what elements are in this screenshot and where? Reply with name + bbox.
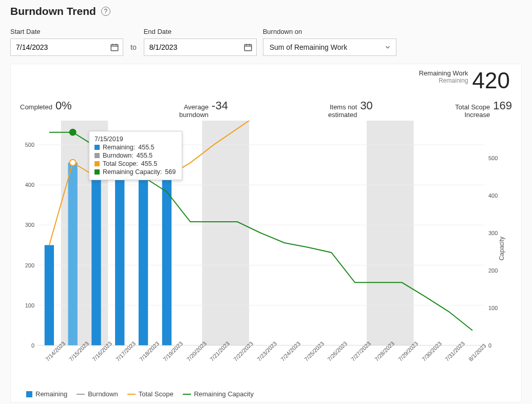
remaining-work-value: 420 [472, 69, 510, 92]
chart-card: Remaining Work Remaining 420 Completed 0… [10, 64, 522, 402]
calendar-icon[interactable] [243, 43, 253, 52]
y-tick: 300 [25, 222, 34, 228]
svg-point-17 [70, 160, 76, 166]
burndown-on-select[interactable]: Sum of Remaining Work [263, 39, 396, 56]
stat-scope-label: Total Scope Increase [455, 104, 490, 119]
y2-tick: 400 [488, 193, 498, 199]
start-date-input[interactable] [10, 39, 123, 56]
y2-axis-title: Capacity [499, 237, 506, 261]
svg-rect-16 [162, 177, 172, 346]
y2-tick: 0 [488, 342, 491, 349]
chart-area: 0100200300400500 0100200300400500 Capaci… [20, 121, 512, 376]
plot[interactable]: 7/15/2019 Remaining: 455.5 Burndown: 455… [37, 121, 484, 345]
stat-scope: Total Scope Increase 169 [455, 99, 512, 119]
svg-rect-0 [111, 45, 118, 51]
start-date-field: Start Date [10, 28, 123, 56]
stat-avg-value: -34 [212, 99, 228, 112]
tooltip-capacity-label: Remaining Capacity: [103, 168, 162, 176]
svg-rect-12 [68, 163, 78, 345]
stat-avg: Average burndown -34 [179, 99, 228, 119]
y-tick: 200 [25, 262, 34, 268]
end-date-label: End Date [144, 28, 257, 35]
end-date-field: End Date [144, 28, 257, 56]
chart-tooltip: 7/15/2019 Remaining: 455.5 Burndown: 455… [89, 131, 182, 180]
stat-completed-value: 0% [55, 99, 72, 112]
y-axis-right: 0100200300400500 [487, 121, 503, 345]
svg-point-18 [70, 129, 76, 136]
svg-rect-15 [139, 177, 148, 346]
tooltip-capacity-value: 569 [165, 168, 176, 176]
tooltip-scope-label: Total Scope: [103, 160, 138, 167]
svg-rect-3 [202, 121, 250, 345]
svg-rect-11 [45, 245, 54, 345]
svg-rect-4 [367, 121, 414, 345]
end-date-input[interactable] [144, 39, 257, 56]
y-axis-left: 0100200300400500 [20, 121, 35, 345]
tooltip-swatch-capacity [94, 169, 100, 175]
legend-burndown-label: Burndown [88, 390, 118, 398]
y-tick: 500 [25, 142, 34, 148]
tooltip-remaining-value: 455.5 [138, 144, 154, 151]
svg-rect-14 [115, 177, 124, 346]
tooltip-burndown-label: Burndown: [103, 152, 134, 159]
legend-burndown[interactable]: Burndown [77, 390, 118, 398]
tooltip-burndown-value: 455.5 [137, 152, 153, 159]
legend-line-scope [127, 394, 136, 395]
start-date-input-wrap [10, 39, 123, 56]
svg-rect-13 [91, 177, 101, 346]
tooltip-swatch-remaining [94, 145, 100, 150]
to-label: to [130, 39, 137, 56]
stat-completed: Completed 0% [20, 99, 72, 112]
legend-remaining[interactable]: Remaining [26, 390, 67, 398]
y-tick: 0 [31, 342, 34, 349]
legend-swatch-remaining [26, 391, 32, 397]
legend-scope-label: Total Scope [139, 390, 174, 398]
chevron-down-icon [384, 44, 391, 51]
legend-remaining-label: Remaining [35, 390, 67, 398]
controls: Start Date to End Date Burndown on Sum o… [10, 28, 522, 56]
chart-legend: Remaining Burndown Total Scope Remaining… [26, 390, 254, 398]
legend-capacity-label: Remaining Capacity [194, 390, 254, 398]
calendar-icon[interactable] [110, 43, 119, 52]
svg-rect-1 [244, 45, 252, 51]
legend-line-burndown [77, 394, 85, 395]
remaining-sublabel: Remaining [419, 77, 468, 84]
legend-remaining-capacity[interactable]: Remaining Capacity [183, 390, 254, 398]
burndown-on-label: Burndown on [263, 28, 396, 35]
start-date-label: Start Date [10, 28, 123, 35]
remaining-work-label: Remaining Work [419, 69, 468, 77]
y-tick: 400 [25, 182, 34, 188]
legend-line-capacity [183, 394, 191, 395]
stat-items-value: 30 [360, 99, 372, 112]
tooltip-swatch-scope [94, 161, 100, 166]
end-date-input-wrap [144, 39, 257, 56]
page-title: Burndown Trend [10, 5, 96, 17]
y2-tick: 200 [488, 267, 498, 274]
y2-tick: 300 [488, 230, 498, 236]
burndown-on-field: Burndown on Sum of Remaining Work [263, 28, 396, 56]
tooltip-title: 7/15/2019 [94, 136, 176, 143]
tooltip-remaining-label: Remaining: [103, 144, 135, 151]
stat-scope-value: 169 [493, 99, 512, 112]
remaining-work-summary: Remaining Work Remaining 420 [419, 69, 510, 92]
stat-completed-label: Completed [20, 104, 52, 111]
y2-tick: 500 [488, 155, 498, 161]
stat-items-label: Items not estimated [328, 104, 357, 119]
burndown-on-value: Sum of Remaining Work [270, 43, 347, 51]
y-tick: 100 [25, 302, 34, 309]
y2-tick: 100 [488, 305, 498, 311]
title-row: Burndown Trend ? [10, 5, 522, 17]
tooltip-swatch-burndown [94, 153, 100, 158]
tooltip-scope-value: 455.5 [141, 160, 157, 167]
help-icon[interactable]: ? [101, 7, 110, 16]
legend-total-scope[interactable]: Total Scope [127, 390, 174, 398]
x-axis: 7/14/20237/15/20237/16/20237/17/20237/18… [37, 349, 484, 369]
stat-items: Items not estimated 30 [328, 99, 373, 119]
stat-avg-label: Average burndown [179, 104, 208, 119]
